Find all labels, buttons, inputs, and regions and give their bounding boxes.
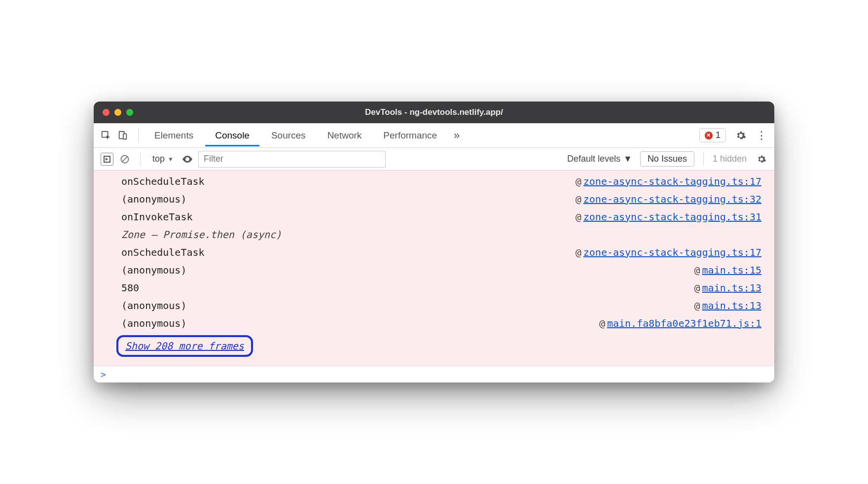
stack-frame-function: 580 [121,282,139,294]
source-link[interactable]: main.ts:13 [702,282,761,294]
execution-context-dropdown[interactable]: top ▼ [149,153,177,165]
source-link[interactable]: main.ts:13 [702,300,761,311]
at-symbol: @ [694,264,702,276]
source-link[interactable]: zone-async-stack-tagging.ts:17 [583,246,761,258]
stack-frame-function: Zone — Promise.then (async) [121,229,282,241]
at-symbol: @ [576,211,583,223]
stack-frame-function: (anonymous) [121,300,186,311]
context-label: top [152,154,165,164]
titlebar: DevTools - ng-devtools.netlify.app/ [94,102,774,123]
tabs-overflow-icon[interactable]: » [449,129,465,142]
source-link[interactable]: main.ts:15 [702,264,761,276]
levels-label: Default levels [567,154,620,164]
stack-frame-function: onInvokeTask [121,211,193,223]
source-link[interactable]: zone-async-stack-tagging.ts:32 [583,193,761,205]
left-tools [101,130,132,141]
stack-frame: onInvokeTask@zone-async-stack-tagging.ts… [94,208,774,226]
tab-performance[interactable]: Performance [373,124,447,146]
inspect-element-icon[interactable] [101,130,111,141]
stack-frame: 580@main.ts:13 [94,279,774,297]
at-symbol: @ [599,317,607,329]
console-settings-gear-icon[interactable] [756,153,767,165]
stack-frame-source: @zone-async-stack-tagging.ts:32 [576,193,761,205]
toggle-console-sidebar-icon[interactable] [101,153,113,166]
stack-frame-source: @main.ts:13 [694,282,761,294]
at-symbol: @ [694,282,702,294]
log-levels-dropdown[interactable]: Default levels ▼ [564,153,635,165]
stack-frame: (anonymous)@main.fa8bfa0e23f1eb71.js:1 [94,314,774,332]
chevron-down-icon: ▼ [623,154,632,164]
hidden-count: 1 hidden [713,154,747,164]
stack-frame: onScheduleTask@zone-async-stack-tagging.… [94,243,774,261]
stack-frame-source: @main.ts:13 [694,300,761,311]
errors-badge[interactable]: ✕ 1 [699,128,726,142]
source-link[interactable]: zone-async-stack-tagging.ts:31 [583,211,761,223]
settings-gear-icon[interactable] [735,130,747,141]
show-more-frames-link[interactable]: Show 208 more frames [116,335,253,357]
svg-point-5 [186,158,188,160]
stack-frame-source: @zone-async-stack-tagging.ts:31 [576,211,761,223]
stack-frame-source: @zone-async-stack-tagging.ts:17 [576,246,761,258]
issues-button[interactable]: No Issues [640,151,694,167]
tab-network[interactable]: Network [318,124,372,146]
divider [140,152,141,166]
stack-frame: Zone — Promise.then (async) [94,226,774,243]
stack-frame: (anonymous)@zone-async-stack-tagging.ts:… [94,190,774,208]
stack-frame-source: @main.fa8bfa0e23f1eb71.js:1 [599,317,761,329]
clear-console-icon[interactable] [118,153,131,166]
stack-frame: (anonymous)@main.ts:13 [94,297,774,314]
devtools-window: DevTools - ng-devtools.netlify.app/ Elem… [94,102,774,382]
stack-frame-function: onScheduleTask [121,246,205,258]
stack-frame-function: (anonymous) [121,193,186,205]
divider [703,152,704,166]
errors-count: 1 [716,130,721,140]
window-title: DevTools - ng-devtools.netlify.app/ [94,107,774,117]
at-symbol: @ [576,175,583,187]
live-expression-icon[interactable] [181,153,193,165]
filter-input[interactable] [198,151,386,168]
at-symbol: @ [576,193,583,205]
at-symbol: @ [694,300,702,311]
at-symbol: @ [576,246,583,258]
stack-frame: onScheduleTask@zone-async-stack-tagging.… [94,173,774,190]
right-tools: ✕ 1 ⋮ [693,128,767,142]
stack-frame-function: (anonymous) [121,264,186,276]
console-toolbar: top ▼ Default levels ▼ No Issues 1 hidde… [94,148,774,171]
stack-frame-source: @zone-async-stack-tagging.ts:17 [576,175,761,187]
tab-elements[interactable]: Elements [145,124,203,146]
tab-console[interactable]: Console [205,124,259,146]
source-link[interactable]: zone-async-stack-tagging.ts:17 [583,175,761,187]
stack-frame-function: (anonymous) [121,317,186,329]
console-prompt[interactable]: > [94,366,774,382]
main-tabs: Elements Console Sources Network Perform… [94,123,774,148]
source-link[interactable]: main.fa8bfa0e23f1eb71.js:1 [607,317,761,329]
console-error-block: onScheduleTask@zone-async-stack-tagging.… [94,171,774,366]
divider [138,129,139,142]
chevron-down-icon: ▼ [168,156,174,163]
prompt-chevron-icon: > [101,369,106,380]
stack-frame-function: onScheduleTask [121,175,205,187]
stack-frame: (anonymous)@main.ts:15 [94,261,774,279]
device-toolbar-icon[interactable] [117,130,128,141]
error-icon: ✕ [705,132,713,139]
stack-trace: onScheduleTask@zone-async-stack-tagging.… [94,173,774,332]
stack-frame-source: @main.ts:15 [694,264,761,276]
tab-sources[interactable]: Sources [261,124,316,146]
svg-rect-2 [123,134,126,139]
more-menu-icon[interactable]: ⋮ [756,130,767,141]
